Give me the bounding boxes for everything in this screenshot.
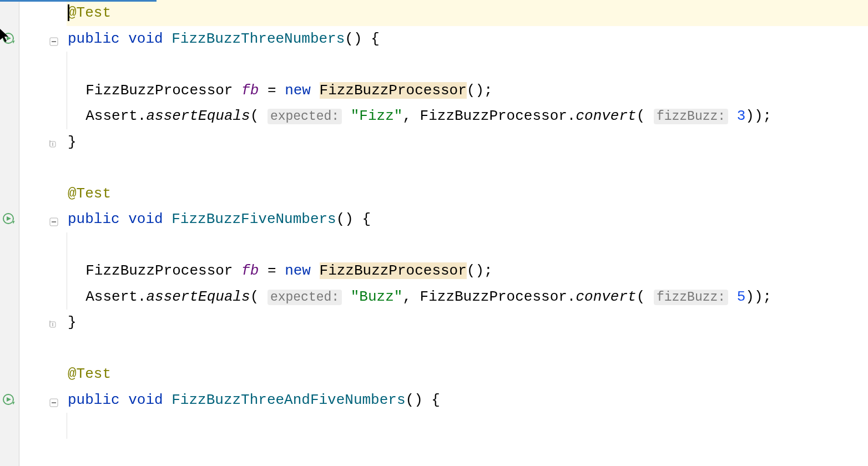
code-line[interactable]: public void FizzBuzzThreeAndFiveNumbers(…: [67, 387, 868, 413]
run-test-icon[interactable]: [3, 394, 14, 405]
code-editor[interactable]: @Testpublic void FizzBuzzThreeNumbers() …: [0, 0, 868, 466]
fold-collapse-icon[interactable]: [49, 34, 58, 43]
fold-end-icon[interactable]: [48, 136, 57, 145]
code-line[interactable]: Assert.assertEquals( expected: "Fizz", F…: [67, 103, 868, 129]
code-line[interactable]: [67, 336, 868, 362]
progress-bar: [0, 0, 157, 2]
parameter-hint: expected:: [268, 290, 342, 305]
run-test-icon[interactable]: [3, 213, 14, 224]
code-line[interactable]: public void FizzBuzzThreeNumbers() {: [67, 26, 868, 52]
code-line[interactable]: FizzBuzzProcessor fb = new FizzBuzzProce…: [67, 78, 868, 104]
code-line[interactable]: }: [67, 310, 868, 336]
code-line[interactable]: [67, 413, 868, 439]
parameter-hint: fizzBuzz:: [654, 109, 728, 124]
text-caret: [68, 4, 69, 21]
editor-text-area[interactable]: @Testpublic void FizzBuzzThreeNumbers() …: [67, 0, 868, 466]
parameter-hint: expected:: [268, 109, 342, 124]
fold-collapse-icon[interactable]: [49, 214, 58, 223]
code-line[interactable]: @Test: [67, 361, 868, 387]
annotation: @Test: [68, 366, 111, 382]
code-line[interactable]: public void FizzBuzzFiveNumbers() {: [67, 206, 868, 232]
parameter-hint: fizzBuzz:: [654, 290, 728, 305]
gutter-line-numbers: [19, 0, 42, 466]
code-line[interactable]: FizzBuzzProcessor fb = new FizzBuzzProce…: [67, 258, 868, 284]
fold-end-icon[interactable]: [48, 316, 57, 325]
code-line[interactable]: @Test: [67, 0, 868, 26]
code-line[interactable]: [67, 155, 868, 181]
gutter-run-icons: [0, 0, 19, 466]
code-line[interactable]: }: [67, 129, 868, 155]
code-line[interactable]: [67, 232, 868, 259]
code-line[interactable]: Assert.assertEquals( expected: "Buzz", F…: [67, 284, 868, 310]
mouse-cursor-icon: [0, 29, 10, 47]
code-line[interactable]: [67, 52, 868, 78]
annotation: @Test: [68, 185, 111, 202]
code-line[interactable]: @Test: [67, 181, 868, 207]
intention-bulb-icon[interactable]: [67, 32, 69, 49]
gutter-fold-icons: [42, 0, 67, 466]
annotation: @Test: [68, 4, 111, 21]
fold-collapse-icon[interactable]: [49, 395, 58, 404]
